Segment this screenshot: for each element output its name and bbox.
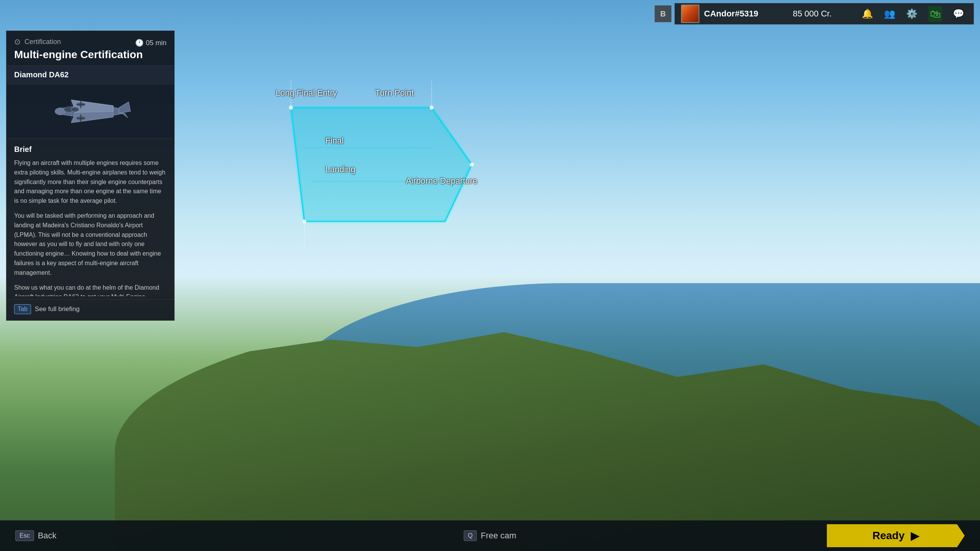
brief-text: Flying an aircraft with multiple engines… (14, 158, 167, 296)
profile-area: CAndor#5319 85 000 Cr. 🔔 👥 ⚙️ 🛍 💬 (675, 3, 974, 24)
aircraft-image-area (7, 84, 174, 139)
svg-marker-0 (291, 108, 472, 222)
ready-button[interactable]: Ready ▶ (827, 524, 965, 547)
left-panel: ⊙ Certification 🕐 05 min Multi-engine Ce… (6, 31, 175, 321)
waypoint-airborne-departure: Airborne Departure (406, 176, 477, 186)
chat-icon[interactable]: 💬 (953, 8, 964, 19)
cert-icon: ⊙ (14, 37, 21, 46)
bottom-bar: Esc Back Q Free cam Ready ▶ (0, 520, 980, 551)
brief-section: Brief Flying an aircraft with multiple e… (7, 139, 174, 300)
ready-label: Ready (872, 530, 905, 542)
b-button[interactable]: B (655, 5, 671, 22)
avatar (681, 5, 699, 23)
brief-para-1: Flying an aircraft with multiple engines… (14, 158, 167, 206)
topbar: B CAndor#5319 85 000 Cr. 🔔 👥 ⚙️ 🛍 💬 (648, 0, 980, 28)
brief-para-2: You will be tasked with performing an ap… (14, 211, 167, 278)
credits: 85 000 Cr. (793, 9, 854, 19)
waypoint-long-final-entry: Long Final Entry (276, 88, 337, 98)
cert-label: ⊙ Certification (14, 37, 61, 46)
free-cam-label: Free cam (481, 531, 516, 541)
username: CAndor#5319 (704, 9, 788, 19)
waypoint-landing: Landing (325, 165, 355, 174)
free-cam-button[interactable]: Q Free cam (464, 530, 516, 541)
waypoint-final: Final (325, 136, 344, 146)
bell-icon[interactable]: 🔔 (862, 8, 873, 19)
svg-marker-17 (119, 102, 131, 113)
see-full-briefing[interactable]: Tab See full briefing (7, 300, 174, 320)
waypoint-turn-point: Turn Point (375, 88, 414, 98)
ready-arrow-icon: ▶ (911, 530, 919, 542)
back-label: Back (38, 531, 57, 541)
gear-icon[interactable]: ⚙️ (906, 8, 918, 19)
users-icon[interactable]: 👥 (884, 8, 895, 19)
clock-icon: 🕐 (135, 39, 144, 47)
mission-title: Multi-engine Certification (14, 49, 167, 61)
panel-header: ⊙ Certification 🕐 05 min Multi-engine Ce… (7, 31, 174, 66)
brief-label: Brief (14, 145, 167, 154)
see-full-text: See full briefing (35, 305, 80, 313)
timer-area: 🕐 05 min (135, 39, 167, 47)
brief-para-3: Show us what you can do at the helm of t… (14, 283, 167, 296)
svg-point-11 (470, 163, 474, 167)
back-button[interactable]: Esc Back (15, 530, 57, 541)
tab-key: Tab (14, 304, 31, 314)
package-icon[interactable]: 🛍 (928, 6, 942, 22)
aircraft-illustration (37, 90, 144, 132)
q-key: Q (464, 530, 477, 541)
aircraft-name-bar: Diamond DA62 (7, 66, 174, 84)
svg-marker-18 (121, 112, 128, 118)
esc-key: Esc (15, 530, 34, 541)
svg-point-28 (71, 107, 79, 112)
